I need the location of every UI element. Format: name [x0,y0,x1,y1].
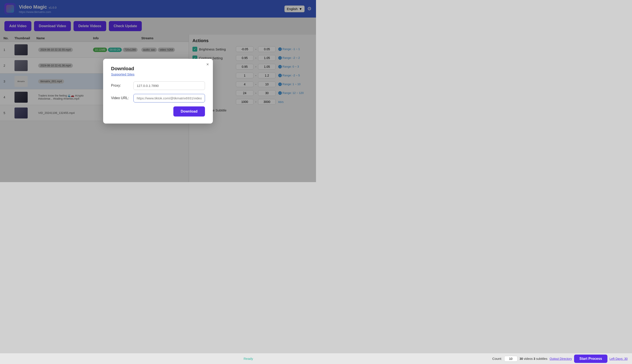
proxy-label: Proxy: [111,84,131,88]
supported-sites-link[interactable]: Supported Sites [111,72,205,76]
video-url-input[interactable] [134,94,205,102]
url-label: Video URL: [111,96,131,100]
download-modal: × Download Supported Sites Proxy: Video … [103,59,213,124]
url-field: Video URL: [111,94,205,102]
modal-title: Download [111,66,205,72]
proxy-field: Proxy: [111,82,205,90]
modal-overlay: × Download Supported Sites Proxy: Video … [0,0,316,182]
modal-download-button[interactable]: Download [173,106,205,116]
modal-footer: Download [111,106,205,116]
modal-close-button[interactable]: × [206,62,209,67]
proxy-input[interactable] [134,82,205,90]
